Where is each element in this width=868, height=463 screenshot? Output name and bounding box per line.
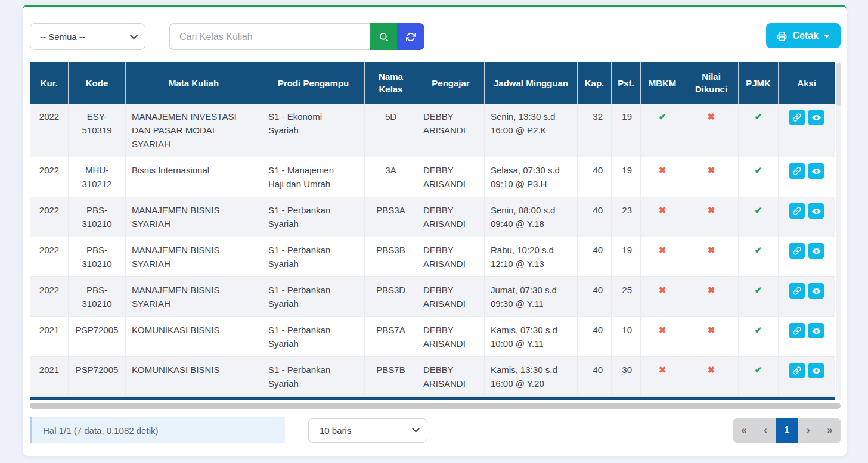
cell-jadwal-mingguan: Senin, 13:30 s.d 16:00 @ P2.K — [485, 104, 578, 157]
vertical-scrollbar-thumb[interactable] — [836, 63, 841, 106]
kelas-kuliah-card: -- Semua -- Cetak — [23, 5, 847, 456]
cell-kur: 2022 — [30, 277, 69, 317]
pagination-first-button[interactable]: « — [733, 418, 755, 443]
pagination-page-1-button[interactable]: 1 — [776, 418, 798, 443]
link-button[interactable] — [789, 363, 805, 378]
cell-prodi-pengampu: S1 - Perbankan Syariah — [262, 317, 365, 357]
table-zone: Kur. Kode Mata Kuliah Prodi Pengampu Nam… — [30, 62, 841, 400]
cell-mata-kuliah: MANAJEMEN BISNIS SYARIAH — [126, 197, 262, 237]
cell-aksi — [779, 277, 835, 317]
table-row: 2022PBS-310210MANAJEMEN BISNIS SYARIAHS1… — [30, 197, 835, 237]
col-header-kode: Kode — [69, 62, 126, 104]
cell-jadwal-mingguan: Senin, 08:00 s.d 09:40 @ Y.18 — [485, 197, 578, 237]
view-button[interactable] — [808, 363, 824, 378]
print-button-label: Cetak — [792, 30, 819, 41]
col-header-kap: Kap. — [578, 62, 612, 104]
cell-nilai-dikunci: ✖ — [684, 277, 739, 317]
cell-pengajar: DEBBY ARISANDI — [417, 357, 485, 397]
view-button[interactable] — [808, 110, 824, 125]
pagination: « ‹ 1 › » — [733, 418, 841, 443]
cell-prodi-pengampu: S1 - Perbankan Syariah — [262, 237, 365, 277]
cell-pjmk: ✔ — [739, 317, 779, 357]
vertical-scrollbar[interactable] — [836, 62, 841, 400]
link-button[interactable] — [789, 163, 805, 179]
pagination-next-button[interactable]: › — [798, 418, 819, 443]
cell-nilai-dikunci: ✖ — [684, 104, 739, 157]
cell-pjmk: ✔ — [739, 197, 779, 237]
cell-pjmk: ✔ — [739, 277, 779, 317]
link-button[interactable] — [789, 203, 805, 219]
cell-pst: 25 — [612, 277, 641, 317]
cell-mata-kuliah: KOMUNIKASI BISNIS — [126, 317, 262, 357]
table-row: 2022PBS-310210MANAJEMEN BISNIS SYARIAHS1… — [30, 237, 835, 277]
check-icon: ✔ — [755, 111, 762, 122]
cell-mbkm: ✖ — [641, 357, 684, 397]
check-icon: ✔ — [755, 245, 762, 255]
cell-pjmk: ✔ — [739, 157, 779, 197]
cell-kap: 40 — [578, 317, 612, 357]
cell-jadwal-mingguan: Selasa, 07:30 s.d 09:10 @ P3.H — [485, 157, 578, 197]
cell-aksi — [779, 357, 835, 397]
cell-aksi — [779, 317, 835, 357]
cell-prodi-pengampu: S1 - Perbankan Syariah — [262, 277, 365, 317]
link-icon — [793, 207, 801, 215]
x-icon: ✖ — [659, 365, 666, 375]
link-icon — [793, 247, 801, 255]
cell-kap: 40 — [578, 277, 612, 317]
cell-pjmk: ✔ — [739, 237, 779, 277]
check-icon: ✔ — [755, 365, 762, 375]
cell-mata-kuliah: KOMUNIKASI BISNIS — [126, 357, 262, 397]
search-input[interactable] — [169, 23, 370, 50]
col-header-nama-kelas: Nama Kelas — [365, 62, 417, 104]
cell-nama-kelas: 3A — [365, 157, 417, 197]
view-button[interactable] — [808, 203, 824, 219]
x-icon: ✖ — [659, 205, 666, 215]
cell-nama-kelas: PBS3B — [365, 237, 417, 277]
rows-per-page-select[interactable]: 10 baris — [308, 418, 427, 443]
cell-pengajar: DEBBY ARISANDI — [417, 237, 485, 277]
print-button[interactable]: Cetak — [766, 23, 841, 48]
cell-aksi — [779, 157, 835, 197]
cell-pst: 30 — [612, 357, 641, 397]
cell-mata-kuliah: MANAJEMEN INVESTASI DAN PASAR MODAL SYAR… — [126, 104, 262, 157]
cell-pengajar: DEBBY ARISANDI — [417, 277, 485, 317]
view-button[interactable] — [808, 323, 824, 338]
cell-nama-kelas: PBS3A — [365, 197, 417, 237]
cell-kur: 2021 — [30, 317, 69, 357]
x-icon: ✖ — [708, 111, 715, 122]
cell-nilai-dikunci: ✖ — [684, 237, 739, 277]
pagination-prev-button[interactable]: ‹ — [755, 418, 776, 443]
cell-nilai-dikunci: ✖ — [684, 157, 739, 197]
x-icon: ✖ — [659, 245, 666, 255]
col-header-mata-kuliah: Mata Kuliah — [126, 62, 262, 104]
cell-kode: ESY-510319 — [69, 104, 126, 157]
link-icon — [793, 366, 801, 375]
cell-pengajar: DEBBY ARISANDI — [417, 317, 485, 357]
col-header-kur: Kur. — [30, 62, 69, 104]
view-button[interactable] — [808, 283, 824, 299]
filter-select[interactable]: -- Semua -- — [30, 23, 145, 50]
link-button[interactable] — [789, 110, 805, 125]
x-icon: ✖ — [708, 365, 715, 375]
link-icon — [793, 113, 801, 122]
refresh-button[interactable] — [397, 23, 424, 50]
view-button[interactable] — [808, 163, 824, 179]
link-button[interactable] — [789, 283, 805, 299]
table-row: 2022ESY-510319MANAJEMEN INVESTASI DAN PA… — [30, 104, 835, 157]
view-button[interactable] — [808, 243, 824, 259]
horizontal-scrollbar[interactable] — [30, 403, 841, 409]
col-header-mbkm: MBKM — [641, 62, 684, 104]
check-icon: ✔ — [755, 205, 762, 215]
link-button[interactable] — [789, 323, 805, 338]
eye-icon — [811, 246, 822, 256]
check-icon: ✔ — [755, 165, 762, 175]
table-container: Kur. Kode Mata Kuliah Prodi Pengampu Nam… — [30, 62, 835, 400]
cell-nama-kelas: 5D — [365, 104, 417, 157]
search-button[interactable] — [370, 23, 397, 50]
link-button[interactable] — [789, 243, 805, 259]
col-header-pjmk: PJMK — [739, 62, 779, 104]
pagination-last-button[interactable]: » — [819, 418, 841, 443]
link-icon — [793, 327, 801, 335]
cell-kap: 40 — [578, 197, 612, 237]
kelas-kuliah-table: Kur. Kode Mata Kuliah Prodi Pengampu Nam… — [30, 62, 835, 397]
